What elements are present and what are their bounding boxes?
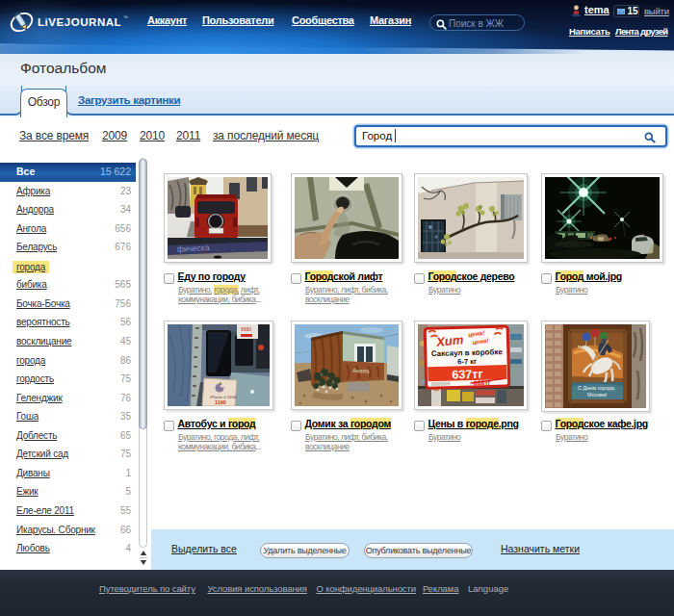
svg-text:Москва!: Москва! — [587, 392, 608, 398]
svg-text:Анапа: Анапа — [352, 368, 370, 374]
svg-text:6-7 кг: 6-7 кг — [457, 357, 477, 367]
svg-text:фическа: фическа — [177, 243, 211, 254]
svg-text:1190: 1190 — [215, 399, 226, 405]
svg-text:9990: 9990 — [241, 326, 251, 332]
svg-text:Хит: Хит — [435, 332, 465, 349]
svg-text:С Днем города,: С Днем города, — [578, 385, 616, 391]
svg-text:™: ™ — [123, 14, 128, 20]
svg-text:LıVEJOURNAL: LıVEJOURNAL — [38, 16, 121, 28]
